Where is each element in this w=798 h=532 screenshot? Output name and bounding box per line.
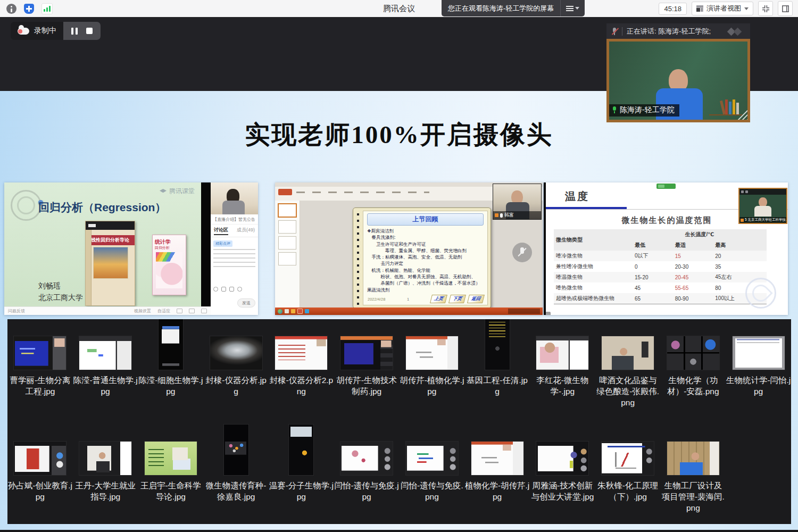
webcam-name: 韩富 <box>504 212 514 219</box>
recording-status-label: 录制中 <box>34 26 56 36</box>
screenshot-powerpoint-review: 上节回顾 ❖厨房清洁剂 餐具洗涤剂: 卫生许可证和生产许可证 毒理、重金属、甲醇… <box>275 182 543 315</box>
meeting-window: 腾讯会议 您正在观看陈海涛-轻工学院的屏幕 45:18 演讲者视图 <box>0 0 798 532</box>
file-name: 闫怡-遗传与免疫.png <box>400 480 464 502</box>
file-item: 基因工程-任清.jpg <box>464 319 530 415</box>
book-cover-statistics: 统计学 回归分析 <box>152 235 186 295</box>
mic-active-icon <box>612 106 617 114</box>
exit-fullscreen-button[interactable] <box>758 1 773 16</box>
file-thumbnail <box>406 336 458 370</box>
chat-message-lines <box>213 249 255 267</box>
hand-raise-icon <box>741 219 744 222</box>
file-thumbnail <box>145 442 197 475</box>
file-name: 封棣-仪器分析.jpg <box>204 375 269 397</box>
ppt-slide-title: 上节回顾 <box>367 213 484 226</box>
file-item: 胡传芹-植物化学.jpg <box>400 319 465 415</box>
bottom-edge <box>0 530 798 532</box>
file-thumbnail <box>340 442 393 475</box>
announcement-text: 【直播介绍】暂无公告 <box>211 214 258 225</box>
file-name: 朱秋锋-化工原理（下）.jpg <box>595 480 660 502</box>
book-cover-linear-regression: 线性回归分析导论 <box>85 221 135 306</box>
ppt-slide-panel <box>275 201 300 307</box>
teacher-webcam <box>211 182 258 214</box>
meeting-timer: 45:18 <box>659 3 687 15</box>
file-item: 生物化学（功材）-安磊.png <box>661 319 726 415</box>
stop-recording-button[interactable] <box>86 28 93 34</box>
file-name: 植物化学-胡传芹.jpg <box>465 480 530 502</box>
fit-label: 自适应 <box>157 308 170 314</box>
file-item: 陈滢-细胞生物学.jpg <box>138 319 204 415</box>
table-row: 兼性嗜冷微生物020-3035 <box>554 261 767 272</box>
windows-taskbar <box>275 307 543 315</box>
file-name: 李红花-微生物学-.jpg <box>530 375 595 397</box>
view-mode-label: 演讲者视图 <box>706 4 741 13</box>
table-row: 超嗜热或极端嗜热微生物6580-90100以上 <box>554 293 767 304</box>
list-icon <box>566 6 573 11</box>
screenshot-temperature-slide: 温度 微生物生长的温度范围 微生物类型生长温度/℃最低最适最高嗜冷微生物0以下1… <box>544 182 788 315</box>
file-name: 生物工厂设计及项目管理-裴海闰.png <box>661 480 726 513</box>
notebook-slide: 上节回顾 ❖厨房清洁剂 餐具洗涤剂: 卫生许可证和生产许可证 毒理、重金属、甲醇… <box>353 207 491 309</box>
view-mode-selector[interactable]: 演讲者视图 <box>692 2 753 15</box>
chalkboard-background: 陈海涛-轻工学院 <box>609 41 747 120</box>
file-name: 曹学丽-生物分离工程.jpg <box>7 375 72 397</box>
slide-nav-button: 下页 <box>448 295 466 303</box>
table-row: 嗜冷微生物0以下1520 <box>554 251 767 261</box>
collapse-icon <box>762 5 770 13</box>
regression-title: 回归分析（Regression） <box>38 200 166 215</box>
cloud-recording-icon <box>18 28 29 35</box>
file-thumbnail <box>667 442 719 475</box>
file-item: 孙占斌-创业教育.jpg <box>7 415 73 524</box>
slide-date: 2022/4/28 <box>368 297 385 302</box>
table-row: 嗜热微生物4555-6580 <box>554 282 767 293</box>
file-item: 胡传芹-生物技术制药.jpg <box>334 319 400 415</box>
tab-members: 成员(49) <box>237 227 255 235</box>
graduation-cap-icon <box>160 189 167 194</box>
file-thumbnail <box>289 425 313 475</box>
file-name: 胡传芹-生物技术制药.jpg <box>334 375 399 397</box>
slide-nav-button: 返回 <box>467 295 485 303</box>
file-thumbnail <box>210 336 262 370</box>
file-name: 啤酒文化品鉴与绿色酿造-张殿伟.png <box>595 375 660 408</box>
regression-slide: 腾讯课堂 回归分析（Regression） 线性回归分析导论 统计学 回归分析 … <box>4 182 201 306</box>
microbe-temperature-table: 微生物类型生长温度/℃最低最适最高嗜冷微生物0以下1520兼性嗜冷微生物020-… <box>554 229 767 304</box>
shared-screen-area: 实现老师100%开启摄像头 腾讯课堂 回归分析（Regression） 线性回归… <box>0 91 798 530</box>
file-thumbnail <box>733 336 785 370</box>
watching-screen-text: 您正在观看陈海涛-轻工学院的屏幕 <box>442 0 560 16</box>
start-button-icon <box>278 309 282 314</box>
hand-raise-icon <box>495 213 498 217</box>
file-thumbnail <box>159 319 183 370</box>
book1-title: 线性回归分析导论 <box>86 235 135 245</box>
file-thumbnail <box>667 336 719 370</box>
chevron-down-icon <box>575 7 579 10</box>
table-row: 嗜温微生物15-2020-4545左右 <box>554 272 767 282</box>
books <box>721 99 739 114</box>
file-item: 生物统计学-闫怡.jpg <box>726 319 791 415</box>
file-name: 孙占斌-创业教育.jpg <box>7 480 72 502</box>
panel-icon <box>782 5 789 13</box>
page-marker <box>546 312 551 315</box>
mic-muted-icon[interactable] <box>611 27 618 36</box>
file-name: 周雅涵-技术创新与创业大讲堂.jpg <box>530 480 595 502</box>
file-name: 闫怡-遗传与免疫.jpg <box>334 480 399 502</box>
file-thumbnail <box>340 336 393 370</box>
layout-icon <box>696 5 703 12</box>
file-name: 微生物遗传育种-徐嘉良.jpg <box>204 480 269 502</box>
file-name: 陈滢-细胞生物学.jpg <box>138 375 203 397</box>
file-item: 啤酒文化品鉴与绿色酿造-张殿伟.png <box>595 319 661 415</box>
lecturer-school: 北京工商大学 <box>38 293 83 303</box>
file-thumbnail <box>224 425 248 475</box>
mini-icon <box>201 309 207 313</box>
slide-page-number: 1 <box>407 297 409 302</box>
file-thumbnail <box>471 442 523 475</box>
pause-recording-button[interactable] <box>71 28 78 35</box>
file-item: 生物工厂设计及项目管理-裴海闰.png <box>661 415 726 524</box>
chat-toolbar-icons <box>213 287 242 292</box>
speaker-video-thumbnail[interactable]: 陈海涛-轻工学院 <box>606 39 750 122</box>
file-thumbnail <box>485 319 510 370</box>
file-thumbnail <box>602 336 654 370</box>
lecturer-webcam: 5 北京工商大学轻工科学技... <box>738 188 787 224</box>
watching-screen-banner[interactable]: 您正在观看陈海涛-轻工学院的屏幕 <box>442 0 585 16</box>
banner-menu-button[interactable] <box>560 0 585 16</box>
feedback-label: 问题反馈 <box>8 308 25 314</box>
lecturer-name: 刘畅瑶 <box>38 281 61 291</box>
side-panel-button[interactable] <box>778 1 793 16</box>
